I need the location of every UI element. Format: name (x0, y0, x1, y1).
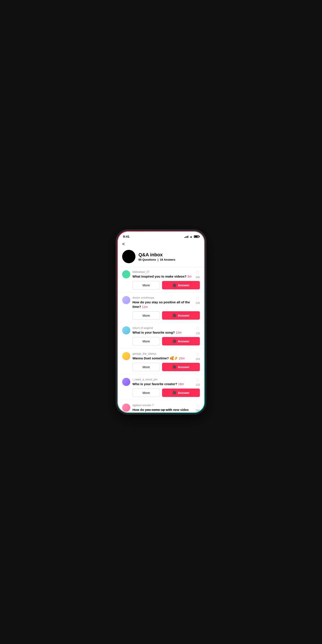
question-actions: More 🎥 Answer (122, 281, 200, 289)
like-section[interactable]: ♡ 125 (196, 326, 200, 335)
username: agelast wonder 7 (132, 404, 194, 407)
question-text: Wanna Duet sometime? 🥰🤌 15m (132, 356, 194, 361)
header-info: Q&A inbox 65 Questions | 18 Answers (138, 252, 176, 261)
question-actions: More 🎥 Answer (122, 363, 200, 371)
username: return of augend (132, 326, 194, 330)
camera-icon: 🎥 (172, 283, 176, 287)
questions-list: biblioklept_27 What inspired you to make… (118, 267, 204, 412)
question-actions: More 🎥 Answer (122, 388, 200, 397)
like-section[interactable]: ♡ 235 (196, 296, 200, 304)
camera-icon: 🎥 (172, 339, 176, 343)
question-meta: return of augend What is your favorite s… (132, 326, 194, 335)
like-count: 103 (196, 358, 200, 361)
answer-button[interactable]: 🎥 Answer (162, 281, 200, 289)
wifi-icon: ▲ (190, 235, 192, 238)
like-count: 235 (196, 302, 200, 304)
answer-button[interactable]: 🎥 Answer (162, 388, 200, 397)
question-meta: george_the_obelus Wanna Duet sometime? 🥰… (132, 352, 194, 361)
question-item: i_need_a_wrest_pin Who is your favorite … (118, 374, 204, 400)
like-section[interactable]: ♡ 103 (196, 352, 200, 361)
camera-icon: 🎥 (172, 314, 176, 317)
avatar (122, 270, 130, 278)
question-meta: biblioklept_27 What inspired you to make… (132, 270, 194, 279)
question-header: doctor octothorpe How do you stay so pos… (122, 296, 200, 309)
answer-button[interactable]: 🎥 Answer (162, 311, 200, 320)
question-item: return of augend What is your favorite s… (118, 323, 204, 348)
username: doctor octothorpe (132, 296, 194, 299)
question-text: What is your favorite song? 12m (132, 330, 194, 335)
question-meta: doctor octothorpe How do you stay so pos… (132, 296, 194, 309)
avatar (122, 326, 130, 334)
page-header: Q&A inbox 65 Questions | 18 Answers (118, 248, 204, 266)
username: george_the_obelus (132, 352, 194, 355)
more-button[interactable]: More (132, 337, 160, 346)
question-item: doctor octothorpe How do you stay so pos… (118, 292, 204, 323)
more-button[interactable]: More (132, 311, 160, 320)
question-actions: More 🎥 Answer (122, 311, 200, 320)
question-meta: agelast wonder 7 How do you come up with… (132, 404, 194, 412)
like-count: 115 (196, 384, 200, 386)
status-icons: ▲ (184, 235, 199, 238)
question-text: What inspired you to make videos? 3m (132, 274, 194, 279)
phone-screen: 9:41 ▲ < (118, 232, 204, 412)
answer-button[interactable]: 🎥 Answer (162, 363, 200, 371)
phone-border: 9:41 ▲ < (117, 231, 205, 413)
signal-icon (184, 235, 188, 238)
status-bar: 9:41 ▲ (118, 232, 204, 240)
like-count: 765 (196, 409, 200, 412)
like-count: 345 (196, 276, 200, 279)
question-item: george_the_obelus Wanna Duet sometime? 🥰… (118, 348, 204, 374)
question-actions: More 🎥 Answer (122, 337, 200, 346)
like-count: 125 (196, 332, 200, 335)
page-title: Q&A inbox (138, 252, 176, 258)
question-text: Who is your favorite creator? 16m (132, 382, 194, 386)
question-header: george_the_obelus Wanna Duet sometime? 🥰… (122, 352, 200, 361)
camera-icon: 🎥 (172, 391, 176, 394)
question-text: How do you come up with new video (132, 408, 194, 412)
question-item: biblioklept_27 What inspired you to make… (118, 267, 204, 292)
question-header: i_need_a_wrest_pin Who is your favorite … (122, 378, 200, 386)
like-section[interactable]: ♡ 345 (196, 270, 200, 279)
profile-avatar (122, 250, 136, 263)
question-header: agelast wonder 7 How do you come up with… (122, 404, 200, 412)
username: biblioklept_27 (132, 270, 194, 274)
heart-icon: ♡ (196, 404, 200, 409)
heart-icon: ♡ (196, 326, 200, 332)
avatar (122, 352, 130, 360)
question-text: How do you stay so positive all of the t… (132, 300, 194, 309)
phone-device: 9:41 ▲ < (116, 230, 206, 414)
heart-icon: ♡ (196, 296, 200, 301)
header-stats: 65 Questions | 18 Answers (138, 258, 176, 261)
heart-icon: ♡ (196, 352, 200, 357)
question-meta: i_need_a_wrest_pin Who is your favorite … (132, 378, 194, 386)
like-section[interactable]: ♡ 115 (196, 378, 200, 386)
avatar (122, 404, 130, 412)
camera-icon: 🎥 (172, 365, 176, 369)
username: i_need_a_wrest_pin (132, 378, 194, 381)
heart-icon: ♡ (196, 378, 200, 383)
heart-icon: ♡ (196, 270, 200, 276)
more-button[interactable]: More (132, 363, 160, 371)
like-section[interactable]: ♡ 765 (196, 404, 200, 412)
question-header: biblioklept_27 What inspired you to make… (122, 270, 200, 279)
back-button[interactable]: < (118, 240, 204, 248)
avatar (122, 296, 130, 304)
status-time: 9:41 (123, 235, 130, 238)
avatar (122, 378, 130, 386)
battery-icon (194, 235, 199, 238)
answer-button[interactable]: 🎥 Answer (162, 337, 200, 346)
more-button[interactable]: More (132, 281, 160, 289)
question-item: agelast wonder 7 How do you come up with… (118, 400, 204, 412)
more-button[interactable]: More (132, 388, 160, 397)
question-header: return of augend What is your favorite s… (122, 326, 200, 335)
